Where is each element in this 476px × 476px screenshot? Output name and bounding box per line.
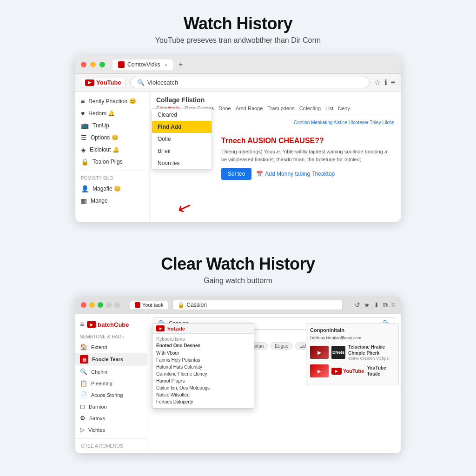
sidebar-bottom-item-1-0[interactable]: 👤 Magafie 😊 <box>75 183 149 195</box>
btn-row-1: Sdi teo 📅 Add Monny tabing Theaktop <box>221 168 394 180</box>
sidebar-bottom-label-1-0: Magafie 😊 <box>93 185 121 192</box>
browser-close-button-1[interactable] <box>81 62 86 67</box>
yt-badge-icon-1: ▶ <box>331 368 342 375</box>
rp-badge-0: DNets <box>331 346 345 359</box>
sidebar-icon-1-0: ≡ <box>81 98 85 105</box>
sidebar2-label-6: Satovs <box>89 416 105 421</box>
primary-button-1[interactable]: Sdi teo <box>221 168 251 180</box>
sidebar-section-label-1: Pomisty sno <box>75 174 149 183</box>
sidebar2-bottom-item-0[interactable]: 🏛 Mortoines Yein Hinehs <box>75 450 147 453</box>
filter-tag-2-4[interactable]: Eogue <box>271 342 292 350</box>
mac-max-button-2[interactable] <box>98 302 103 308</box>
sidebar2-item-3[interactable]: 📋 Pieenting <box>75 377 147 389</box>
browser-tab-close-1[interactable]: × <box>165 62 167 67</box>
sidebar2-item-0[interactable]: 🏠 Extend <box>75 341 147 353</box>
sidebar2-item-2[interactable]: 🔍 Chehin <box>75 366 147 377</box>
tab-1-4[interactable]: Tram pdens <box>267 106 294 112</box>
browser-max-button-1[interactable] <box>99 62 105 67</box>
address-icons-1: ☆ ℹ ≡ <box>374 78 395 87</box>
sidebar-item-1-5[interactable]: 🔒 Toalon Pligs <box>75 156 149 168</box>
browser-addressbar-1: YouTube 🔍 Violocsatch ☆ ℹ ≡ <box>75 74 401 92</box>
right-panel-addr-2: D/Hloas Htrutionflfrese.com <box>310 336 395 340</box>
tab-1-3[interactable]: Arnd Raoge <box>236 106 263 112</box>
sidebar-label-1-1: Hedom 🔔 <box>88 110 115 117</box>
window-icon-2[interactable]: ⧉ <box>383 301 388 309</box>
right-panel-title-2: Conponinitain <box>310 327 395 333</box>
dropdown-menu-1: Cleared Find Add Ootle Br eir Noon les <box>152 108 212 170</box>
dropdown-item-1-2[interactable]: Ootle <box>152 133 212 145</box>
sidebar-item-1-3[interactable]: ☰ Options 😊 <box>75 132 149 144</box>
tab-bar-2: Yout taok <box>128 301 170 309</box>
sidebar2-icon-7: ▷ <box>80 426 85 433</box>
tab-1-7[interactable]: Neny <box>338 106 350 112</box>
sidebar-icon-1-1: ♥ <box>81 110 85 117</box>
rp-thumb-img-1: ▶ <box>310 364 329 377</box>
inner-popup-section-2: Enoted Ono Desnes <box>156 343 250 348</box>
popup-item-7[interactable]: Fortnes Daloperty <box>156 398 250 405</box>
sidebar-item-1-4[interactable]: ◈ Eiciolout 🔔 <box>75 144 149 156</box>
star-icon-2[interactable]: ★ <box>364 301 370 309</box>
sidebar2-icon-3: 📋 <box>80 380 87 387</box>
dropdown-item-1-1[interactable]: Find Add <box>152 121 212 133</box>
sidebar2-icon-2: 🔍 <box>80 368 87 375</box>
sidebar2-label-1: Foocie Tears <box>92 357 123 362</box>
sidebar-item-1-0[interactable]: ≡ Rently Phaction 😊 <box>75 95 149 107</box>
yt-main-2: 🔍 Cassion 🔍 Visitsa Plator FaonNum tel V… <box>147 314 401 453</box>
sidebar2-item-5[interactable]: ◻ Darnion <box>75 401 147 412</box>
dropdown-item-1-0[interactable]: Cleared <box>152 109 212 121</box>
inner-popup-label-2: Ryboord ismo <box>156 337 250 342</box>
address-input-1[interactable]: 🔍 Violocsatch <box>130 77 370 88</box>
address-bar-2[interactable]: 🔒 Cassion <box>172 300 342 310</box>
popup-item-1[interactable]: Fannis Holy Pulantas <box>156 357 250 364</box>
star-icon-1[interactable]: ☆ <box>374 78 381 87</box>
browser-tab-1[interactable]: ComtovVidks × <box>112 60 173 70</box>
mac-close-button-2[interactable] <box>81 302 86 308</box>
browser-min-button-1[interactable] <box>90 62 96 67</box>
content-title-1: Trnech AUSION CHEAUSE?? <box>221 137 394 145</box>
inner-popup-2: hotzale Ryboord ismo Enoted Ono Desnes W… <box>152 323 254 409</box>
sidebar-bottom-label-1-1: Mange <box>91 198 108 204</box>
mac-extra-button-2 <box>106 302 112 308</box>
dropdown-item-1-4[interactable]: Noon les <box>152 157 212 169</box>
popup-item-2[interactable]: Holunal Hats Coluntity <box>156 364 250 370</box>
yt-logo-text-1: YouTube <box>96 79 121 86</box>
popup-item-3[interactable]: Garmlone Floerle Lloney <box>156 370 250 377</box>
menu-icon-2[interactable]: ≡ <box>391 301 395 309</box>
download-icon-2[interactable]: ⬇ <box>374 301 379 309</box>
sidebar2-item-4[interactable]: 📄 Acuos Storing <box>75 389 147 401</box>
sidebar2-bottom-icon-0: 🏛 <box>80 453 86 453</box>
yt-logo-icon-1 <box>85 79 94 86</box>
menu-toggle-icon-2[interactable]: ≡ <box>80 320 84 329</box>
right-links-1[interactable]: Contion Menkating Aistice Hiooteser Thie… <box>294 120 394 125</box>
sidebar2-item-6[interactable]: ⚙ Satovs <box>75 412 147 424</box>
sidebar-label-1-5: Toalon Pligs <box>93 159 123 165</box>
dropdown-item-1-3[interactable]: Br eir <box>152 145 212 157</box>
tab-1-2[interactable]: Done <box>218 106 231 112</box>
right-panel-item-0: ▶ DNets Tclucione Hrakie Chmple Pherk 68… <box>310 344 395 361</box>
browser-window-1: ComtovVidks × + YouTube 🔍 Violocsatch ☆ … <box>75 56 401 222</box>
popup-item-4[interactable]: Hornot Ploprs <box>156 377 250 384</box>
section2-title: Clear Watch History <box>161 254 315 274</box>
popup-item-5[interactable]: Coilun len, Ous Moteoogs <box>156 384 250 391</box>
tab-1-5[interactable]: Cofecting <box>299 106 321 112</box>
yt-logo-text-2: batchCube <box>98 321 129 328</box>
sidebar2-item-7[interactable]: ▷ Vichtes <box>75 424 147 436</box>
sidebar2-item-1[interactable]: ▦ Foocie Tears <box>75 353 147 366</box>
menu-icon-1[interactable]: ≡ <box>391 79 395 87</box>
mac-extra2-button-2 <box>114 302 120 308</box>
tab-1-6[interactable]: List <box>325 106 333 112</box>
sidebar-bottom-item-1-1[interactable]: ▦ Mange <box>75 195 149 207</box>
secondary-button-1[interactable]: 📅 Add Monny tabing Theaktop <box>256 171 335 177</box>
popup-item-0[interactable]: With Vbour <box>156 350 250 357</box>
mac-min-button-2[interactable] <box>89 302 95 308</box>
sidebar2-icon-1: ▦ <box>80 355 88 364</box>
sidebar-item-1-2[interactable]: 📺 TunUp <box>75 119 149 132</box>
browser-tab-add-1[interactable]: + <box>178 60 183 69</box>
reload-icon-2[interactable]: ↺ <box>355 301 360 309</box>
toolbar-icons-2: ↺ ★ ⬇ ⧉ ≡ <box>355 301 395 309</box>
yt-layout-1: ≡ Rently Phaction 😊 ♥ Hedom 🔔 📺 TunUp ☰ … <box>75 92 401 222</box>
popup-item-6[interactable]: Notice Wilsolted <box>156 391 250 398</box>
info-icon-1[interactable]: ℹ <box>384 78 387 87</box>
sidebar-item-1-1[interactable]: ♥ Hedom 🔔 <box>75 107 149 119</box>
browser-tab-2[interactable]: Yout taok <box>130 301 168 309</box>
